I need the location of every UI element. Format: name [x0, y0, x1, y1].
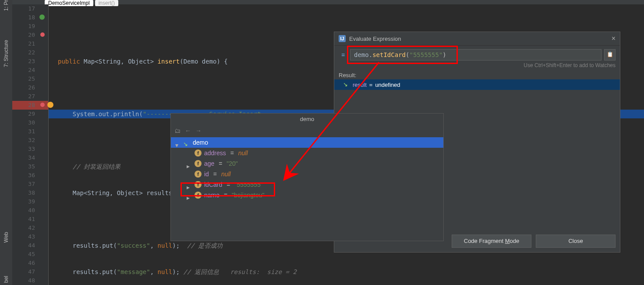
tree-field-age[interactable]: fage = "20"	[171, 158, 443, 169]
inspector-toolbar: 🗂 ← →	[171, 125, 443, 136]
field-badge-icon: f	[195, 192, 202, 199]
shortcut-hint: Use Ctrl+Shift+Enter to add to Watches	[339, 62, 616, 72]
field-name: age	[204, 158, 214, 169]
tree-field-id[interactable]: fid = null	[171, 169, 443, 179]
chevron-right-icon[interactable]	[187, 182, 192, 187]
expander-placeholder	[187, 171, 192, 177]
chevron-down-icon[interactable]	[175, 140, 180, 145]
tree-field-name[interactable]: fname = "bojiangtou"	[171, 190, 443, 200]
evaluate-titlebar[interactable]: IJ Evaluate Expression ×	[334, 32, 620, 46]
field-value: "20"	[226, 158, 238, 169]
chevron-right-icon[interactable]	[187, 192, 192, 198]
field-value: null	[221, 169, 231, 179]
toolwin-web[interactable]: Web	[3, 231, 9, 244]
field-badge-icon: f	[195, 181, 202, 188]
result-tick-icon: ↘	[343, 81, 350, 88]
expander-placeholder	[187, 150, 192, 156]
override-gutter-icon[interactable]	[39, 14, 45, 20]
tree-field-address[interactable]: faddress = null	[171, 148, 443, 158]
result-label: Result:	[339, 72, 616, 78]
field-name: idCard	[204, 179, 222, 190]
field-badge-icon: f	[195, 160, 202, 167]
result-row[interactable]: ↘ result = undefined	[334, 79, 620, 90]
field-value: "bojiangtou"	[232, 190, 265, 200]
tree-field-idCard[interactable]: fidCard = "5555555"	[171, 179, 443, 190]
gutter[interactable]: 17 18 19 20 21 22 23 24 25 26 27 28 29 3…	[12, 4, 48, 285]
close-button[interactable]: Close	[536, 235, 616, 248]
code-fragment-mode-button[interactable]: Code Fragment Mode	[452, 235, 531, 248]
field-name: id	[204, 169, 209, 179]
inspector-forward-icon[interactable]: →	[195, 127, 202, 134]
tool-window-strip: 1: Pro 7: Structure Web bel	[0, 0, 13, 285]
breadcrumb: DemoServiceImpl insert()	[12, 0, 644, 4]
object-icon: ↘	[183, 139, 190, 146]
inspector-settings-icon[interactable]: 🗂	[174, 127, 180, 134]
field-name: address	[204, 148, 226, 158]
evaluate-title-text: Evaluate Expression	[349, 36, 401, 42]
field-value: null	[238, 148, 248, 158]
breakpoint-icon[interactable]	[40, 103, 45, 107]
inspector-title[interactable]: demo	[171, 114, 443, 125]
toolwin-project[interactable]: 1: Pro	[3, 0, 9, 12]
inspector-back-icon[interactable]: ←	[185, 127, 191, 134]
breakpoint-icon[interactable]	[40, 32, 45, 37]
toolwin-structure[interactable]: 7: Structure	[3, 39, 9, 68]
expression-icon: ≡	[339, 51, 347, 58]
intellij-icon: IJ	[339, 35, 346, 42]
variable-inspector-popup: demo 🗂 ← → ↘ demo faddress = nullfage = …	[170, 113, 444, 241]
toolwin-bel[interactable]: bel	[3, 274, 9, 284]
tree-root[interactable]: ↘ demo	[171, 137, 443, 148]
bulb-icon[interactable]	[47, 102, 53, 108]
expression-history-button[interactable]: 📋	[604, 49, 616, 61]
field-badge-icon: f	[195, 171, 202, 178]
close-icon[interactable]: ×	[612, 35, 616, 43]
expression-input[interactable]: demo.setIdCard("5555555")	[350, 49, 602, 61]
field-value: "5555555"	[234, 179, 262, 190]
field-name: name	[204, 190, 219, 200]
field-badge-icon: f	[195, 150, 202, 157]
inspector-tree[interactable]: ↘ demo faddress = nullfage = "20"fid = n…	[171, 136, 443, 241]
chevron-right-icon[interactable]	[187, 161, 192, 166]
